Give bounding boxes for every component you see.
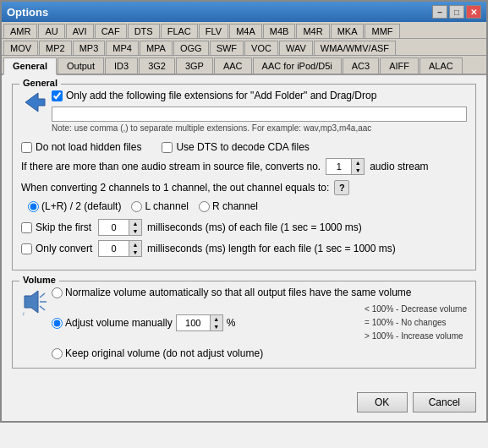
skip-first-row: Skip the first ▲ ▼ milliseconds (ms) of … xyxy=(21,219,467,236)
tab-mmf[interactable]: MMF xyxy=(365,24,399,38)
audio-stream-spin-down[interactable]: ▼ xyxy=(352,167,364,174)
channel-left-label: L channel xyxy=(145,200,189,212)
channel-right-input[interactable] xyxy=(199,201,210,212)
tab-m4r[interactable]: M4R xyxy=(296,24,329,38)
adjust-radio-row[interactable]: Adjust volume manually xyxy=(52,317,173,329)
extensions-note: Note: use comma (,) to separate multiple… xyxy=(52,123,467,133)
tab-flac[interactable]: FLAC xyxy=(161,24,198,38)
tab-aac[interactable]: AAC xyxy=(214,57,252,74)
tab-m4a[interactable]: M4A xyxy=(229,24,262,38)
adjust-row: Adjust volume manually ▲ ▼ % xyxy=(52,303,467,343)
tab-mp3[interactable]: MP3 xyxy=(73,41,106,55)
channel-right-radio[interactable]: R channel xyxy=(199,200,258,212)
channel-default-label: (L+R) / 2 (default) xyxy=(41,200,121,212)
svg-marker-0 xyxy=(25,93,45,112)
tab-wma[interactable]: WMA/WMV/ASF xyxy=(314,41,396,55)
svg-marker-1 xyxy=(25,291,38,313)
channel-default-input[interactable] xyxy=(28,201,39,212)
maximize-button[interactable]: □ xyxy=(449,5,464,19)
tab-m4b[interactable]: M4B xyxy=(263,24,296,38)
channel-default-radio[interactable]: (L+R) / 2 (default) xyxy=(28,200,121,212)
only-convert-spin-up[interactable]: ▲ xyxy=(129,241,141,249)
speaker-icon: ♪ xyxy=(21,287,52,320)
audio-stream-spin-up[interactable]: ▲ xyxy=(352,159,364,167)
extensions-checkbox[interactable] xyxy=(52,90,63,101)
tab-general[interactable]: General xyxy=(3,57,57,75)
tab-wav[interactable]: WAV xyxy=(279,41,313,55)
tab-voc[interactable]: VOC xyxy=(244,41,278,55)
volume-info: < 100% - Decrease volume = 100% - No cha… xyxy=(365,303,467,343)
adjust-radio[interactable] xyxy=(52,318,63,329)
tab-mp4[interactable]: MP4 xyxy=(106,41,139,55)
tab-3gp[interactable]: 3GP xyxy=(176,57,213,74)
tab-mov[interactable]: MOV xyxy=(3,41,38,55)
only-convert-spin-down[interactable]: ▼ xyxy=(129,249,141,256)
tab-flv[interactable]: FLV xyxy=(199,24,228,38)
title-bar: Options – □ ✕ xyxy=(2,2,486,22)
skip-first-spin-buttons: ▲ ▼ xyxy=(129,219,142,236)
keep-label: Keep original volume (do not adjust volu… xyxy=(65,347,263,359)
close-button[interactable]: ✕ xyxy=(466,5,481,19)
tab-output[interactable]: Output xyxy=(58,57,104,74)
dts-decode-row: Use DTS to decode CDA files xyxy=(162,141,309,153)
tab-alac[interactable]: ALAC xyxy=(419,57,463,74)
tab-swf[interactable]: SWF xyxy=(210,41,244,55)
tab-dts[interactable]: DTS xyxy=(128,24,160,38)
channel-label-row: When converting 2 channels to 1 channel,… xyxy=(21,180,467,195)
ok-button[interactable]: OK xyxy=(357,392,408,412)
minimize-button[interactable]: – xyxy=(432,5,447,19)
keep-radio-row[interactable]: Keep original volume (do not adjust volu… xyxy=(52,347,467,359)
dts-decode-checkbox[interactable] xyxy=(162,142,173,153)
audio-stream-input[interactable] xyxy=(326,158,351,175)
tab-mka[interactable]: MKA xyxy=(331,24,365,38)
help-button[interactable]: ? xyxy=(334,180,349,195)
normalize-radio-row[interactable]: Normalize volume automatically so that a… xyxy=(52,287,467,298)
audio-stream-label: If there are more than one audio stream … xyxy=(21,161,321,172)
tab-mp2[interactable]: MP2 xyxy=(39,41,72,55)
skip-first-spin-up[interactable]: ▲ xyxy=(129,220,141,227)
adjust-spin-up[interactable]: ▲ xyxy=(211,315,222,323)
adjust-input[interactable] xyxy=(176,314,210,331)
normalize-radio[interactable] xyxy=(52,287,63,298)
svg-line-4 xyxy=(40,306,45,310)
skip-first-input[interactable] xyxy=(98,219,129,236)
tab-avi[interactable]: AVI xyxy=(66,24,94,38)
hidden-dts-row: Do not load hidden files Use DTS to deco… xyxy=(21,141,467,153)
tab-aac-ipod[interactable]: AAC for iPod/D5i xyxy=(253,57,342,74)
only-convert-checkbox-row: Only convert xyxy=(21,243,93,254)
keep-radio[interactable] xyxy=(52,348,63,359)
only-convert-input[interactable] xyxy=(98,240,129,257)
audio-stream-row: If there are more than one audio stream … xyxy=(21,158,467,175)
audio-stream-suffix: audio stream xyxy=(370,161,428,172)
extensions-checkbox-row: Only add the following file extensions f… xyxy=(52,90,467,101)
channel-left-input[interactable] xyxy=(131,201,142,212)
audio-stream-spin-buttons: ▲ ▼ xyxy=(351,158,365,175)
tab-aiff[interactable]: AIFF xyxy=(380,57,419,74)
window-title: Options xyxy=(7,6,48,19)
svg-line-2 xyxy=(40,293,45,298)
hidden-files-row: Do not load hidden files xyxy=(21,141,141,153)
adjust-spin-down[interactable]: ▼ xyxy=(211,323,222,331)
vol-info-line1: < 100% - Decrease volume xyxy=(365,303,467,316)
tab-mpa[interactable]: MPA xyxy=(140,41,173,55)
vol-info-line3: > 100% - Increase volume xyxy=(365,330,467,343)
hidden-files-label: Do not load hidden files xyxy=(36,141,141,153)
cancel-button[interactable]: Cancel xyxy=(413,392,476,412)
channel-left-radio[interactable]: L channel xyxy=(131,200,189,212)
skip-first-spin-down[interactable]: ▼ xyxy=(129,227,141,235)
tab-id3[interactable]: ID3 xyxy=(105,57,138,74)
only-convert-suffix: milliseconds (ms) length for each file (… xyxy=(147,243,396,254)
tab-amr[interactable]: AMR xyxy=(3,24,37,38)
dts-decode-label: Use DTS to decode CDA files xyxy=(176,141,309,153)
only-convert-checkbox[interactable] xyxy=(21,243,32,254)
adjust-spin-buttons: ▲ ▼ xyxy=(210,314,223,331)
tab-3g2[interactable]: 3G2 xyxy=(139,57,175,74)
volume-group: Volume ♪ Normalize vol xyxy=(12,281,476,369)
hidden-files-checkbox[interactable] xyxy=(21,142,32,153)
tab-ac3[interactable]: AC3 xyxy=(343,57,379,74)
tab-au[interactable]: AU xyxy=(38,24,64,38)
tab-caf[interactable]: CAF xyxy=(95,24,127,38)
skip-first-checkbox[interactable] xyxy=(21,222,32,233)
extensions-input[interactable]: amr,wav xyxy=(52,107,467,122)
tab-ogg[interactable]: OGG xyxy=(173,41,209,55)
